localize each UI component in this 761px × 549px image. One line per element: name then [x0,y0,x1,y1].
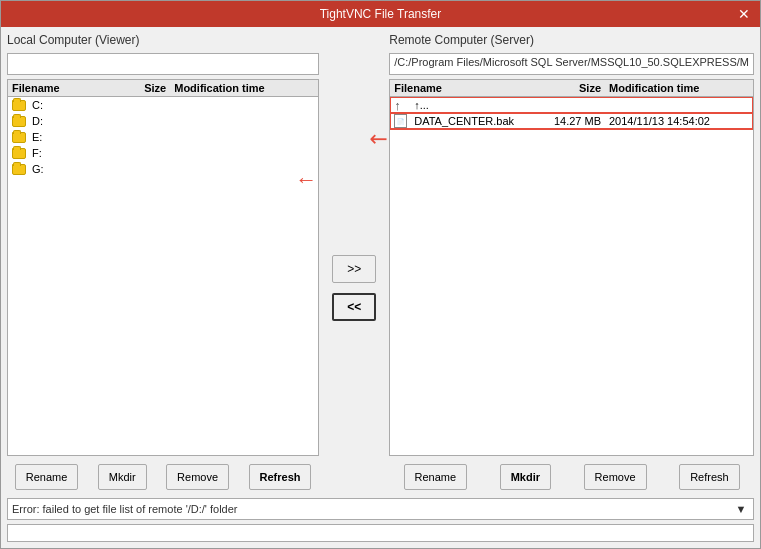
transfer-section: >> << ← ↗ [325,27,383,498]
local-panel: Local Computer (Viewer) Filename Size Mo… [1,27,325,498]
file-name: C: [32,99,94,111]
local-files-container: C: D: E: F: G: [8,97,318,177]
file-name: G: [32,163,94,175]
local-file-header: Filename Size Modification time [8,80,318,97]
local-file-row[interactable]: C: [8,97,318,113]
local-header-filename: Filename [12,82,94,94]
local-header-size: Size [94,82,174,94]
remote-path-bar[interactable]: /C:/Program Files/Microsoft SQL Server/M… [389,53,754,75]
close-button[interactable]: ✕ [736,7,752,21]
local-file-row[interactable]: D: [8,113,318,129]
file-name: F: [32,147,94,159]
local-buttons: Rename Mkdir Remove Refresh [7,460,319,492]
remote-mkdir-button[interactable]: Mkdir [500,464,551,490]
file-time: 2014/11/13 14:54:02 [609,115,749,127]
up-icon: ↑ [394,98,410,112]
local-mkdir-button[interactable]: Mkdir [98,464,147,490]
main-content: Local Computer (Viewer) Filename Size Mo… [1,27,760,498]
remote-file-header: Filename Size Modification time [390,80,753,97]
status-dropdown-icon[interactable]: ▼ [733,503,749,515]
remote-files-container: ↑ ↑... 📄 DATA_CENTER.bak 14.27 MB 2014/1… [390,97,753,129]
remote-file-row[interactable]: 📄 DATA_CENTER.bak 14.27 MB 2014/11/13 14… [390,113,753,129]
main-window: TightVNC File Transfer ✕ Local Computer … [0,0,761,549]
remote-header-modtime: Modification time [609,82,749,94]
remote-rename-button[interactable]: Rename [404,464,468,490]
bak-icon: 📄 [394,114,410,128]
remote-header-size: Size [529,82,609,94]
local-file-list[interactable]: Filename Size Modification time C: D: E:… [7,79,319,456]
remote-panel: Remote Computer (Server) /C:/Program Fil… [383,27,760,498]
receive-button[interactable]: << [332,293,376,321]
folder-icon [12,130,28,144]
local-remove-button[interactable]: Remove [166,464,229,490]
folder-icon [12,114,28,128]
folder-icon [12,162,28,176]
file-name: DATA_CENTER.bak [414,115,529,127]
remote-file-list[interactable]: Filename Size Modification time ↑ ↑... 📄… [389,79,754,456]
remote-panel-label: Remote Computer (Server) [389,33,754,47]
remote-file-row[interactable]: ↑ ↑... [390,97,753,113]
local-file-row[interactable]: F: [8,145,318,161]
local-file-row[interactable]: E: [8,129,318,145]
remote-refresh-button[interactable]: Refresh [679,464,740,490]
remote-header-filename: Filename [394,82,529,94]
remote-buttons: Rename Mkdir Remove Refresh [389,460,754,492]
local-path-bar[interactable] [7,53,319,75]
local-file-row[interactable]: G: [8,161,318,177]
file-size: 14.27 MB [529,115,609,127]
title-bar: TightVNC File Transfer ✕ [1,1,760,27]
local-rename-button[interactable]: Rename [15,464,79,490]
window-title: TightVNC File Transfer [25,7,736,21]
send-button[interactable]: >> [332,255,376,283]
status-text: Error: failed to get file list of remote… [12,503,238,515]
status-bar: Error: failed to get file list of remote… [7,498,754,520]
file-name: E: [32,131,94,143]
folder-icon [12,98,28,112]
folder-icon [12,146,28,160]
local-panel-label: Local Computer (Viewer) [7,33,319,47]
remote-remove-button[interactable]: Remove [584,464,647,490]
progress-bar [7,524,754,542]
file-name: D: [32,115,94,127]
local-header-modtime: Modification time [174,82,314,94]
file-name: ↑... [414,99,529,111]
local-refresh-button[interactable]: Refresh [249,464,312,490]
